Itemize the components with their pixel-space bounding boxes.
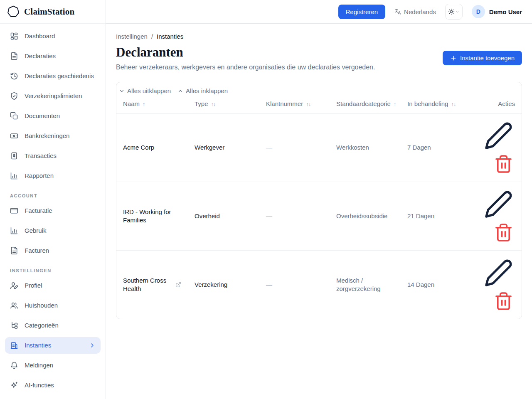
translate-icon [394, 8, 401, 15]
sidebar: ClaimStation Dashboard Declaraties Decla… [0, 0, 106, 399]
instances-table: Naam↑ Type↑↓ Klantnummer↑↓ Standaardcate… [116, 94, 522, 319]
category-tree-icon [10, 321, 18, 330]
sidebar-section-account: ACCOUNT [5, 187, 101, 202]
sort-both-icon: ↑↓ [306, 101, 310, 107]
cell-in-behandeling: 14 Dagen [401, 251, 475, 319]
chevron-down-icon [456, 10, 459, 14]
theme-toggle-button[interactable] [445, 4, 463, 20]
sparkles-icon [10, 381, 18, 389]
table-row: IRD - Working for Families Overheid — Ov… [116, 182, 522, 251]
sidebar-item-label: Documenten [25, 112, 60, 120]
add-instance-button[interactable]: Instantie toevoegen [443, 51, 522, 65]
brand-logo[interactable]: ClaimStation [0, 0, 106, 24]
dashboard-icon [10, 32, 18, 40]
cell-standaardcategorie: Medisch / zorgverzekering [330, 251, 401, 319]
app-root: ClaimStation Dashboard Declaraties Decla… [0, 0, 532, 399]
sort-both-icon: ↑↓ [451, 101, 456, 107]
instance-name: Southern Cross Health [123, 276, 172, 293]
heptagon-outline-icon [7, 5, 20, 18]
edit-button[interactable] [482, 188, 515, 221]
document-icon [10, 52, 18, 60]
sort-both-icon: ↑↓ [211, 101, 216, 107]
credit-card-icon [10, 207, 18, 215]
trash-icon [494, 223, 513, 242]
table-row: Acme Corp Werkgever — Werkkosten 7 Dagen [116, 113, 522, 182]
user-pen-icon [10, 281, 18, 290]
cell-name: Southern Cross Health [116, 251, 188, 319]
cell-klantnummer: — [259, 182, 330, 251]
register-button[interactable]: Registreren [338, 5, 386, 19]
sidebar-item-categorieen[interactable]: Categorieën [5, 317, 101, 334]
user-name: Demo User [489, 8, 522, 15]
expand-all-link[interactable]: Alles uitklappen [119, 87, 171, 94]
sidebar-item-huishouden[interactable]: Huishouden [5, 297, 101, 314]
shield-check-icon [10, 92, 18, 100]
sidebar-item-label: Rapporten [25, 172, 54, 180]
sidebar-item-instanties[interactable]: Instanties [5, 337, 101, 354]
delete-button[interactable] [492, 221, 515, 244]
sidebar-item-label: Facturen [25, 246, 49, 255]
add-instance-label: Instantie toevoegen [460, 54, 515, 62]
sidebar-item-label: Transacties [25, 152, 57, 160]
banknote-icon [10, 132, 18, 140]
page-subtitle: Beheer verzekeraars, werkgevers en ander… [116, 64, 375, 71]
column-header-type[interactable]: Type↑↓ [188, 94, 259, 113]
cell-type: Verzekering [188, 251, 259, 319]
sidebar-item-declaraties[interactable]: Declaraties [5, 48, 101, 64]
language-switcher[interactable]: Nederlands [394, 8, 436, 15]
history-icon [10, 72, 18, 80]
delete-button[interactable] [492, 153, 515, 175]
breadcrumb-parent[interactable]: Instellingen [116, 33, 148, 40]
cell-actions [475, 113, 522, 182]
table-row: Southern Cross Health Verzekering — Medi… [116, 251, 522, 319]
cell-in-behandeling: 21 Dagen [401, 182, 475, 251]
topbar: Registreren Nederlands D Demo User [106, 0, 532, 24]
column-header-naam[interactable]: Naam↑ [116, 94, 188, 113]
external-link-icon[interactable] [175, 282, 181, 288]
cell-actions [475, 182, 522, 251]
sidebar-item-ai-functies[interactable]: AI-functies [5, 377, 101, 394]
sidebar-item-dashboard[interactable]: Dashboard [5, 28, 101, 44]
sun-icon [448, 8, 455, 15]
delete-button[interactable] [492, 290, 515, 313]
page-title: Declaranten [116, 45, 375, 60]
column-header-standaardcategorie[interactable]: Standaardcategorie↑ [330, 94, 401, 113]
breadcrumb: Instellingen / Instanties [116, 33, 522, 40]
breadcrumb-separator: / [151, 33, 153, 40]
sidebar-item-documenten[interactable]: Documenten [5, 108, 101, 124]
sidebar-item-label: Gebruik [25, 227, 47, 235]
page-header-text: Declaranten Beheer verzekeraars, werkgev… [116, 45, 375, 71]
edit-button[interactable] [482, 256, 515, 289]
receipt-icon [10, 152, 18, 160]
sidebar-item-gebruik[interactable]: Gebruik [5, 222, 101, 239]
sidebar-item-label: Categorieën [25, 321, 59, 330]
collapse-all-link[interactable]: Alles inklappen [177, 87, 228, 94]
column-header-klantnummer[interactable]: Klantnummer↑↓ [259, 94, 330, 113]
column-header-in-behandeling[interactable]: In behandeling↑↓ [401, 94, 475, 113]
sidebar-item-label: Profiel [25, 281, 42, 290]
sidebar-item-declaraties-geschiedenis[interactable]: Declaraties geschiedenis [5, 68, 101, 84]
cell-type: Werkgever [188, 113, 259, 182]
table-toolbar: Alles uitklappen Alles inklappen [116, 82, 522, 94]
sidebar-item-label: Huishouden [25, 301, 58, 310]
sidebar-item-facturatie[interactable]: Facturatie [5, 202, 101, 219]
pencil-icon [484, 258, 513, 288]
sidebar-item-facturen[interactable]: Facturen [5, 242, 101, 259]
sidebar-item-bankrekeningen[interactable]: Bankrekeningen [5, 128, 101, 144]
sidebar-item-rapporten[interactable]: Rapporten [5, 167, 101, 184]
chevron-down-icon [119, 88, 125, 94]
sidebar-item-profiel[interactable]: Profiel [5, 277, 101, 294]
bar-chart-icon [10, 172, 18, 180]
sidebar-item-label: Bankrekeningen [25, 132, 69, 140]
sidebar-item-transacties[interactable]: Transacties [5, 148, 101, 164]
sidebar-item-meldingen[interactable]: Meldingen [5, 357, 101, 374]
main-area: Registreren Nederlands D Demo User Inste… [106, 0, 532, 399]
sidebar-item-verzekeringslimieten[interactable]: Verzekeringslimieten [5, 88, 101, 104]
page-header: Declaranten Beheer verzekeraars, werkgev… [116, 45, 522, 71]
user-menu[interactable]: D Demo User [472, 5, 522, 18]
bell-icon [10, 361, 18, 369]
users-icon [10, 301, 18, 310]
collapse-all-label: Alles inklappen [186, 87, 228, 94]
table-header-row: Naam↑ Type↑↓ Klantnummer↑↓ Standaardcate… [116, 94, 522, 113]
edit-button[interactable] [482, 119, 515, 152]
